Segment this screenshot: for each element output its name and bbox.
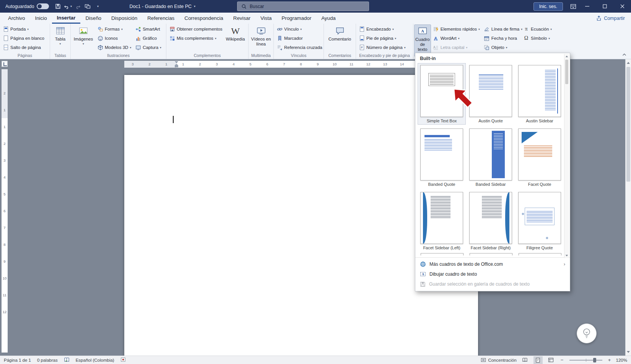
videos-en-linea-button[interactable]: Vídeos en línea [250, 24, 273, 47]
undo-button[interactable]: ▾ [63, 2, 73, 11]
elementos-rapidos-button[interactable]: Elementos rápidos ▾ [431, 24, 482, 34]
letra-capital-button[interactable]: A Letra capital ▾ [431, 43, 482, 52]
modelos-3d-button[interactable]: Modelos 3D ▾ [95, 43, 133, 52]
draw-text-box-menu-item[interactable]: A Dibujar cuadro de texto [415, 269, 570, 279]
encabezado-button[interactable]: Encabezado ▾ [357, 24, 407, 34]
screen-mode-button[interactable] [83, 2, 93, 11]
zoom-level[interactable]: 120% [616, 358, 627, 362]
gallery-item-banded-sidebar[interactable]: Banded Sidebar [467, 127, 515, 188]
pagina-blanco-button[interactable]: Página en blanco [1, 34, 46, 43]
ecuacion-button[interactable]: π Ecuación ▾ [521, 24, 554, 34]
zoom-in-button[interactable]: + [607, 357, 612, 363]
captura-button[interactable]: Captura ▾ [133, 43, 163, 52]
ruler-number: 8 [293, 61, 309, 68]
close-button[interactable] [613, 0, 631, 13]
objeto-button[interactable]: Objeto ▾ [482, 43, 524, 52]
read-mode-button[interactable] [520, 356, 530, 364]
web-layout-button[interactable] [546, 356, 556, 364]
autosave-control[interactable]: Autoguardado [0, 3, 53, 9]
portada-button[interactable]: Portada ▾ [1, 24, 46, 34]
ruler-number: 6 [2, 202, 8, 219]
tab-stop-selector[interactable] [2, 61, 8, 67]
tab-ayuda[interactable]: Ayuda [316, 13, 341, 24]
numero-pagina-button[interactable]: Número de página ▾ [357, 43, 407, 52]
gallery-item-facet-quote[interactable]: Facet Quote [516, 127, 564, 188]
formas-button[interactable]: Formas ▾ [95, 24, 133, 34]
more-text-boxes-menu-item[interactable]: Más cuadros de texto de Office.com › [415, 259, 570, 269]
smartart-button[interactable]: SmartArt [133, 24, 163, 34]
gallery-item-facet-sidebar-left[interactable]: Facet Sidebar (Left) [418, 190, 466, 252]
tab-diseno[interactable]: Diseño [80, 13, 106, 24]
tab-disposicion[interactable]: Disposición [106, 13, 142, 24]
search-input[interactable] [250, 4, 365, 9]
scrollbar-thumb[interactable] [626, 67, 630, 182]
gallery-scrollbar-thumb[interactable] [565, 60, 568, 84]
document-scrollbar[interactable] [625, 59, 631, 356]
vertical-ruler[interactable]: 21123456789101112 [2, 69, 8, 353]
gallery-item-austin-sidebar[interactable]: Austin Sidebar [516, 63, 564, 125]
gallery-scroll-down[interactable] [564, 253, 569, 258]
referencia-cruzada-button[interactable]: Referencia cruzada [275, 43, 324, 52]
linea-firma-button[interactable]: Línea de firma ▾ [482, 24, 524, 34]
wordart-button[interactable]: A WordArt ▾ [431, 34, 482, 43]
fecha-hora-button[interactable]: Fecha y hora [482, 34, 524, 43]
macro-record-icon[interactable] [120, 357, 126, 363]
document-title[interactable]: Doc1 - Guardado en Este PC ▾ [129, 4, 195, 9]
maximize-button[interactable] [596, 0, 613, 13]
tab-inicio[interactable]: Inicio [30, 13, 52, 24]
wikipedia-button[interactable]: W Wikipedia [224, 24, 247, 42]
scroll-down-button[interactable] [626, 349, 631, 355]
ribbon-display-options-button[interactable] [568, 2, 578, 11]
title-bar: Autoguardado ▾ ▾ Doc1 - Guardado en Este… [0, 0, 631, 13]
assistant-tip-button[interactable] [577, 323, 597, 343]
tab-referencias[interactable]: Referencias [142, 13, 179, 24]
gallery-scroll-up[interactable] [564, 54, 569, 59]
ruler-number: 10 [2, 270, 8, 286]
iconos-button[interactable]: Iconos [95, 34, 133, 43]
tab-vista[interactable]: Vista [255, 13, 276, 24]
page-indicator[interactable]: Página 1 de 1 [4, 358, 31, 362]
quick-access-customize-button[interactable]: ▾ [93, 2, 102, 11]
gallery-item-filigree-quote[interactable]: Filigree Quote [516, 190, 564, 252]
tab-revisar[interactable]: Revisar [228, 13, 255, 24]
marcador-button[interactable]: Marcador [275, 34, 324, 43]
imagenes-label: Imágenes [74, 37, 93, 42]
word-count[interactable]: 0 palabras [37, 358, 58, 362]
ruler-number: 4 [2, 169, 8, 185]
print-layout-button[interactable] [533, 356, 543, 364]
sign-in-button[interactable]: Inic. ses. [533, 2, 563, 11]
focus-mode-button[interactable]: Concentración [481, 358, 516, 362]
smartart-label: SmartArt [143, 27, 160, 31]
tab-insertar[interactable]: Insertar [52, 13, 81, 24]
grafico-button[interactable]: Gráfico [133, 34, 163, 43]
cuadro-de-texto-button[interactable]: A Cuadro de texto ▾ [414, 24, 431, 57]
proofing-icon[interactable] [64, 357, 70, 363]
imagenes-button[interactable]: Imágenes ▾ [72, 24, 95, 46]
save-button[interactable] [53, 2, 63, 11]
tab-programador[interactable]: Programador [276, 13, 316, 24]
language-indicator[interactable]: Español (Colombia) [76, 358, 114, 362]
gallery-item-banded-quote[interactable]: Banded Quote [418, 127, 466, 188]
collapse-ribbon-button[interactable] [620, 52, 628, 58]
zoom-slider-knob[interactable] [593, 358, 596, 362]
simbolo-button[interactable]: Ω Símbolo ▾ [521, 34, 554, 43]
scroll-up-button[interactable] [626, 60, 631, 66]
mis-complementos-button[interactable]: Mis complementos ▾ [167, 34, 224, 43]
vinculo-button[interactable]: Vínculo ▾ [275, 24, 324, 34]
share-button[interactable]: Compartir [596, 13, 625, 24]
tabla-button[interactable]: Tabla ▾ [51, 24, 70, 46]
salto-pagina-button[interactable]: Salto de página [1, 43, 46, 52]
gallery-scrollbar[interactable] [564, 54, 569, 258]
redo-button[interactable] [73, 2, 83, 11]
zoom-out-button[interactable]: − [559, 357, 565, 363]
minimize-button[interactable] [578, 0, 596, 13]
autosave-toggle[interactable] [37, 3, 49, 9]
search-box[interactable] [237, 2, 369, 11]
tab-archivo[interactable]: Archivo [3, 13, 30, 24]
pie-pagina-button[interactable]: Pie de página ▾ [357, 34, 407, 43]
zoom-slider[interactable] [569, 360, 602, 361]
obtener-complementos-button[interactable]: Obtener complementos [167, 24, 224, 34]
gallery-item-facet-sidebar-right[interactable]: Facet Sidebar (Right) [467, 190, 515, 252]
tab-correspondencia[interactable]: Correspondencia [179, 13, 228, 24]
comentario-button[interactable]: Comentario [327, 24, 353, 42]
